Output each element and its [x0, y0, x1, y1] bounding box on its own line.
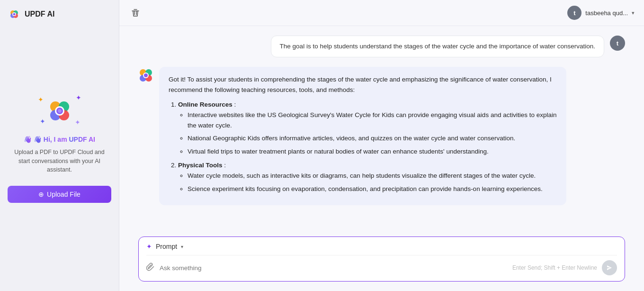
section-2-title: Physical Tools [178, 162, 223, 169]
user-message-row: The goal is to help students understand … [138, 36, 625, 57]
section-1-title: Online Resources [178, 101, 233, 108]
section-1-items: Interactive websites like the US Geologi… [178, 110, 557, 156]
main-panel: t tasbeeha qud... ▾ The goal is to help … [119, 0, 644, 291]
ai-sections-list: Online Resources : Interactive websites … [169, 100, 557, 194]
trash-icon [131, 8, 140, 18]
prompt-chevron-icon[interactable]: ▾ [181, 244, 183, 249]
send-button[interactable] [602, 260, 617, 275]
upload-file-button[interactable]: ⊕ Upload File [8, 186, 111, 203]
svg-point-19 [144, 73, 148, 77]
list-item: Interactive websites like the US Geologi… [188, 110, 557, 130]
input-top-row: ✦ Prompt ▾ [146, 243, 617, 255]
sidebar-content: ✦ ✦ ✦ ✦ 👋 👋 Hi, I am UPDF AI Upload a PD… [8, 11, 111, 283]
input-area: ✦ Prompt ▾ Enter Send; Shift + Enter New… [119, 231, 644, 291]
ai-intro-text: Got it! To assist your students in compr… [169, 74, 557, 95]
user-avatar-small: t [610, 36, 625, 51]
chat-area: The goal is to help students understand … [119, 26, 644, 231]
ai-icon-container: ✦ ✦ ✦ ✦ [36, 92, 83, 130]
ask-input[interactable] [160, 264, 508, 272]
user-menu[interactable]: t tasbeeha qud... ▾ [567, 6, 635, 20]
upload-icon: ⊕ [38, 191, 44, 198]
input-hint: Enter Send; Shift + Enter Newline [512, 264, 597, 271]
toolbar: t tasbeeha qud... ▾ [119, 0, 644, 26]
clear-chat-button[interactable] [129, 6, 142, 19]
ai-message-row: Got it! To assist your students in compr… [138, 67, 625, 205]
ai-avatar-small [138, 68, 153, 83]
section-2-items: Water cycle models, such as interactive … [178, 171, 557, 194]
sparkle-top-left-icon: ✦ [38, 96, 44, 103]
sidebar-description: Upload a PDF to UPDF Cloud and start con… [8, 148, 111, 174]
prompt-label: Prompt [156, 243, 177, 250]
input-bottom-row: Enter Send; Shift + Enter Newline [146, 260, 617, 275]
list-item: Science experiment kits focusing on evap… [188, 184, 557, 194]
user-name: tasbeeha qud... [585, 9, 628, 17]
list-item: National Geographic Kids offers informat… [188, 133, 557, 144]
ai-flower-icon [47, 99, 72, 123]
list-item: Water cycle models, such as interactive … [188, 171, 557, 181]
user-message-bubble: The goal is to help students understand … [271, 36, 604, 57]
ai-message-bubble: Got it! To assist your students in compr… [159, 67, 566, 205]
sidebar: UPDF AI ✦ ✦ ✦ ✦ 👋 👋 Hi, I am UPDF AI Upl… [0, 0, 119, 291]
sparkle-top-right-icon: ✦ [76, 94, 81, 101]
send-icon [606, 264, 613, 271]
attach-icon[interactable] [146, 263, 155, 273]
sparkle-bottom-right-icon: ✦ [75, 118, 80, 126]
sparkle-bottom-left-icon: ✦ [40, 118, 45, 125]
greeting-text: 👋 👋 Hi, I am UPDF AI [24, 136, 95, 143]
input-box[interactable]: ✦ Prompt ▾ Enter Send; Shift + Enter New… [138, 236, 625, 282]
paperclip-icon [146, 263, 155, 271]
ai-section-2: Physical Tools : Water cycle models, suc… [178, 160, 557, 194]
user-avatar: t [567, 6, 581, 20]
chevron-down-icon: ▾ [632, 10, 635, 16]
prompt-sparkle-icon: ✦ [146, 243, 152, 250]
ai-section-1: Online Resources : Interactive websites … [178, 100, 557, 156]
list-item: Virtual field trips to water treatment p… [188, 146, 557, 157]
svg-point-13 [58, 109, 62, 113]
